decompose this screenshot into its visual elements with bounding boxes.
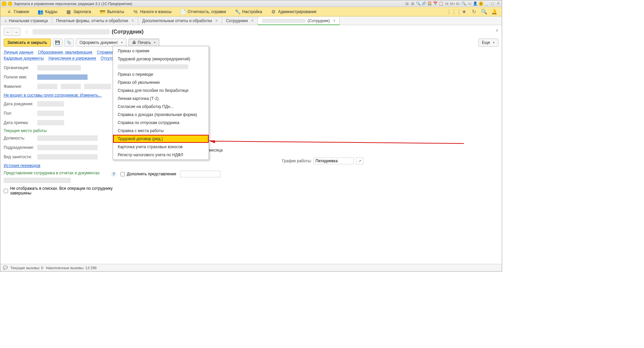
name3-value[interactable] xyxy=(84,84,111,89)
menu-nastroyka[interactable]: 🔧Настройка xyxy=(231,8,266,16)
tab-close-icon[interactable]: × xyxy=(131,18,134,23)
tab-close-icon[interactable]: × xyxy=(251,18,254,23)
dd-item-trud-dogovor-micro[interactable]: Трудовой договор (микропредприятий) xyxy=(113,55,209,63)
name2-value[interactable] xyxy=(61,84,81,89)
dd-item-kartochka-vznosov[interactable]: Карточка учета страховых взносов xyxy=(113,143,209,151)
menu-otchetnost[interactable]: 📄Отчетность, справки xyxy=(176,8,230,16)
tb-minimize-icon[interactable]: _ xyxy=(484,1,489,6)
tab-print-forms[interactable]: Печатные формы, отчеты и обработки× xyxy=(52,16,138,25)
tb-zoom-icon[interactable]: 🔍 xyxy=(462,1,466,6)
tb-save-icon[interactable]: 🖫 xyxy=(405,1,409,6)
schedule-input[interactable] xyxy=(314,158,354,164)
tab-close-icon[interactable]: × xyxy=(333,18,335,23)
report-icon: 📄 xyxy=(180,9,185,14)
tb-window-icon[interactable]: ▭ xyxy=(467,1,472,6)
hide-in-lists-checkbox[interactable] xyxy=(4,189,8,193)
link-kadrovye-doc[interactable]: Кадровые документы xyxy=(4,56,44,61)
tb-calc-icon[interactable]: 🧮 xyxy=(427,1,432,6)
current-place-heading: Текущее место работы xyxy=(4,128,118,133)
app-icon xyxy=(2,1,6,6)
lastname-value[interactable] xyxy=(37,84,57,89)
page-close-icon[interactable]: × xyxy=(496,28,498,33)
save-close-button[interactable]: Записать и закрыть xyxy=(4,39,51,47)
dd-item-prikaz-prieme[interactable]: Приказ о приеме xyxy=(113,47,209,55)
tb-mminus-icon[interactable]: M- xyxy=(456,1,461,6)
redacted-name xyxy=(262,19,306,23)
dd-item-prikaz-perevode[interactable]: Приказ о переводе xyxy=(113,70,209,78)
menu-admin[interactable]: ⚙Администрирование xyxy=(267,8,320,16)
supplement-input[interactable] xyxy=(180,171,220,177)
forward-button[interactable]: → xyxy=(12,28,20,36)
menu-zarplata[interactable]: ▦Зарплата xyxy=(62,8,95,16)
tab-employee-active[interactable]: (Сотрудник)× xyxy=(258,17,340,25)
search-icon[interactable]: 🔍 xyxy=(481,9,487,15)
tb-search-icon[interactable]: 🔍 xyxy=(416,1,421,6)
tab-employees[interactable]: Сотрудники× xyxy=(222,16,258,25)
employment-label: Вид занятости: xyxy=(4,155,37,159)
supplement-checkbox[interactable] xyxy=(120,172,125,176)
menu-nalogi[interactable]: %Налоги и взносы xyxy=(129,8,175,16)
tb-user-icon[interactable]: 👤 xyxy=(473,1,478,6)
dd-item-spravka-bezrabotice[interactable]: Справка для пособия по безработице xyxy=(113,86,209,95)
dd-item-redacted[interactable] xyxy=(118,64,188,69)
gender-value[interactable] xyxy=(37,111,64,116)
dd-item-spravka-mesta-raboty[interactable]: Справка с места работы xyxy=(113,127,209,135)
nav-buttons: ← → xyxy=(4,28,20,36)
tb-info-icon[interactable]: i xyxy=(479,1,483,6)
create-document-button[interactable]: Оформить документ xyxy=(76,39,126,47)
calendar-icon: ▦ xyxy=(66,9,71,14)
dd-item-lichnaya-kartochka[interactable]: Личная карточка (Т-2) xyxy=(113,95,209,103)
link-lichnye-dannye[interactable]: Личные данные xyxy=(4,50,33,55)
supplement-label: Дополнять представление xyxy=(127,172,176,176)
save-button[interactable]: 💾 xyxy=(53,39,62,47)
dd-item-trudovoy-dogovor-red[interactable]: Трудовой договор (ред.) xyxy=(113,135,209,143)
favorite-star-icon[interactable]: ☆ xyxy=(24,28,29,36)
print-dropdown-menu: Приказ о приеме Трудовой договор (микроп… xyxy=(113,46,209,160)
dd-item-soglasie-pdn[interactable]: Согласие на обработку ПДн... xyxy=(113,103,209,111)
tab-home[interactable]: ⌂Начальная страница xyxy=(0,16,52,25)
tab-close-icon[interactable]: × xyxy=(215,18,218,23)
menu-kadry[interactable]: 👥Кадры xyxy=(34,8,61,16)
schedule-open-button[interactable]: ↗ xyxy=(356,157,363,165)
tb-calendar2-icon[interactable]: 📋 xyxy=(439,1,443,6)
tb-restore-icon[interactable]: ▢ xyxy=(490,1,495,6)
help-icon[interactable]: ? xyxy=(111,171,116,177)
dd-item-spravka-otpuskam[interactable]: Справка по отпускам сотрудника xyxy=(113,119,209,127)
fullname-value[interactable] xyxy=(37,74,88,80)
dob-value[interactable] xyxy=(37,101,64,107)
transfers-link[interactable]: История переводов xyxy=(4,163,40,168)
tb-mplus-icon[interactable]: M+ xyxy=(450,1,455,6)
tb-calendar-icon[interactable]: 📅 xyxy=(433,1,438,6)
more-button[interactable]: Еще xyxy=(478,39,498,47)
page-title: (Сотрудник) xyxy=(112,29,144,35)
dd-item-prikaz-uvolnenii[interactable]: Приказ об увольнении xyxy=(113,78,209,86)
groups-link[interactable]: Не входит в составы групп сотрудников. И… xyxy=(4,93,102,98)
app-dropdown-icon[interactable] xyxy=(8,1,12,6)
tb-close-icon[interactable]: ✕ xyxy=(496,1,500,6)
page-content: × ← → ☆ (Сотрудник) Записать и закрыть 💾… xyxy=(0,25,502,264)
menu-vyplaty[interactable]: 💳Выплаты xyxy=(96,8,128,16)
status-current-calls: Текущие вызовы: 0 xyxy=(10,266,43,270)
link-nachisleniya[interactable]: Начисления и удержания xyxy=(49,56,96,61)
bell-icon[interactable]: 🔔 xyxy=(491,9,497,15)
tab-addl-reports[interactable]: Дополнительные отчеты и обработки× xyxy=(138,16,222,25)
dd-item-registr-ndfl[interactable]: Регистр налогового учета по НДФЛ xyxy=(113,151,209,159)
lastname-label: Фамилия: xyxy=(4,84,37,89)
back-button[interactable]: ← xyxy=(4,28,12,36)
link-spravki[interactable]: Справки xyxy=(97,50,113,55)
hiredate-value[interactable] xyxy=(37,120,64,125)
org-label: Организация: xyxy=(4,65,37,70)
history-icon[interactable]: ↻ xyxy=(471,9,477,15)
attach-button[interactable]: 📎 xyxy=(64,39,74,47)
print-button[interactable]: 🖶Печать xyxy=(128,39,159,47)
apps-icon[interactable]: ⋮⋮⋮ xyxy=(451,9,457,15)
link-obrazovanie[interactable]: Образование, квалификация xyxy=(38,50,92,55)
tb-print-icon[interactable]: 🖶 xyxy=(410,1,415,6)
dd-item-spravka-dohodah[interactable]: Справка о доходах (произвольная форма) xyxy=(113,111,209,119)
schedule-label: График работы: xyxy=(282,159,312,163)
menu-home[interactable]: ≡Главное xyxy=(2,8,33,16)
tb-m-icon[interactable]: M xyxy=(444,1,449,6)
star-icon[interactable]: ★ xyxy=(461,9,467,15)
hamburger-icon: ≡ xyxy=(6,9,12,14)
tb-link-icon[interactable]: 🔗 xyxy=(422,1,426,6)
